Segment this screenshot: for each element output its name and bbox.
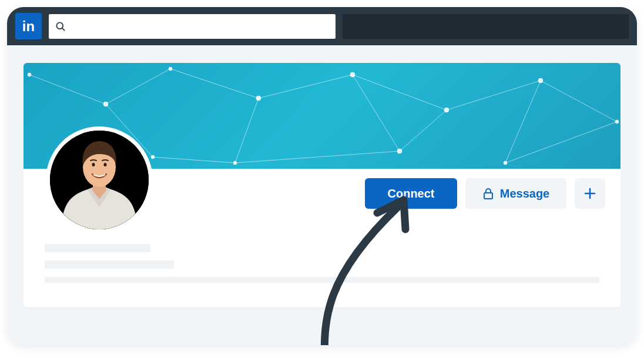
plus-icon: [583, 187, 596, 200]
profile-actions: Connect Message: [365, 178, 605, 209]
placeholder-line: [45, 244, 150, 252]
svg-point-23: [397, 149, 402, 153]
svg-line-7: [259, 75, 353, 98]
connect-button[interactable]: Connect: [365, 178, 457, 209]
profile-text-placeholders: [45, 244, 599, 291]
svg-rect-33: [484, 193, 492, 199]
svg-line-5: [170, 69, 259, 98]
placeholder-line: [45, 277, 599, 283]
search-input[interactable]: [71, 14, 330, 39]
message-button[interactable]: Message: [465, 178, 566, 209]
more-button[interactable]: [575, 178, 605, 209]
svg-line-2: [29, 75, 106, 104]
logo-text: in: [22, 18, 35, 35]
svg-point-24: [444, 108, 449, 112]
nav-placeholder: [343, 14, 629, 39]
lock-icon: [482, 187, 494, 200]
svg-line-14: [505, 122, 617, 163]
search-box[interactable]: [49, 14, 336, 39]
svg-point-17: [103, 102, 108, 106]
linkedin-logo[interactable]: in: [15, 13, 42, 39]
svg-line-12: [505, 81, 541, 163]
svg-line-1: [62, 28, 65, 30]
svg-line-13: [541, 81, 617, 122]
svg-point-22: [350, 72, 355, 77]
svg-point-20: [256, 96, 261, 101]
svg-point-19: [151, 155, 155, 159]
top-bar: in: [7, 7, 637, 45]
svg-line-8: [353, 75, 400, 151]
svg-line-3: [106, 69, 170, 104]
svg-line-9: [353, 75, 447, 110]
message-label: Message: [500, 187, 550, 201]
svg-point-28: [28, 73, 31, 76]
svg-point-21: [233, 161, 237, 165]
svg-point-26: [504, 161, 507, 165]
avatar-frame: [46, 126, 153, 233]
svg-point-27: [615, 120, 619, 123]
avatar[interactable]: [50, 131, 149, 229]
connect-label: Connect: [388, 187, 435, 201]
svg-line-15: [153, 157, 235, 163]
svg-line-16: [235, 151, 400, 163]
profile-card: Connect Message: [24, 63, 620, 308]
svg-line-10: [400, 110, 447, 151]
svg-point-31: [92, 163, 95, 166]
browser-frame: in: [7, 7, 637, 345]
svg-point-25: [538, 78, 543, 83]
page-body: Connect Message: [7, 45, 637, 325]
svg-line-11: [447, 81, 541, 110]
svg-line-6: [235, 98, 259, 163]
svg-point-32: [104, 163, 107, 166]
placeholder-line: [45, 261, 174, 269]
search-icon: [55, 21, 66, 32]
svg-point-18: [169, 67, 172, 71]
